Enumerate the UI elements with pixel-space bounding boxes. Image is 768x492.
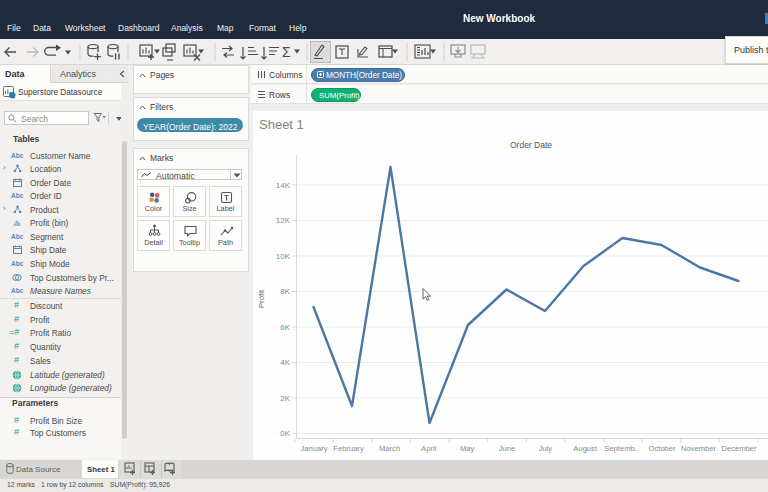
- svg-text:Σ: Σ: [282, 44, 291, 60]
- svg-text:January: January: [300, 444, 327, 453]
- svg-text:14K: 14K: [276, 181, 291, 190]
- svg-text:October: October: [649, 444, 676, 453]
- svg-text:February: February: [333, 444, 364, 453]
- svg-text:Septemb..: Septemb..: [604, 444, 639, 453]
- svg-text:April: April: [421, 444, 437, 453]
- svg-text:June: June: [499, 444, 515, 453]
- svg-text:August: August: [573, 444, 598, 453]
- svg-text:12K: 12K: [276, 216, 291, 225]
- svg-text:July: July: [539, 444, 553, 453]
- svg-text:Order Date: Order Date: [510, 140, 552, 150]
- svg-text:0K: 0K: [280, 429, 290, 438]
- svg-text:4K: 4K: [280, 358, 290, 367]
- svg-text:March: March: [379, 444, 400, 453]
- svg-text:6K: 6K: [280, 323, 290, 332]
- svg-text:8K: 8K: [280, 287, 290, 296]
- svg-text:2K: 2K: [280, 394, 290, 403]
- svg-text:10K: 10K: [276, 252, 291, 261]
- svg-text:Profit: Profit: [257, 289, 266, 308]
- svg-text:December: December: [721, 444, 756, 453]
- svg-text:November: November: [681, 444, 716, 453]
- svg-text:May: May: [460, 444, 475, 453]
